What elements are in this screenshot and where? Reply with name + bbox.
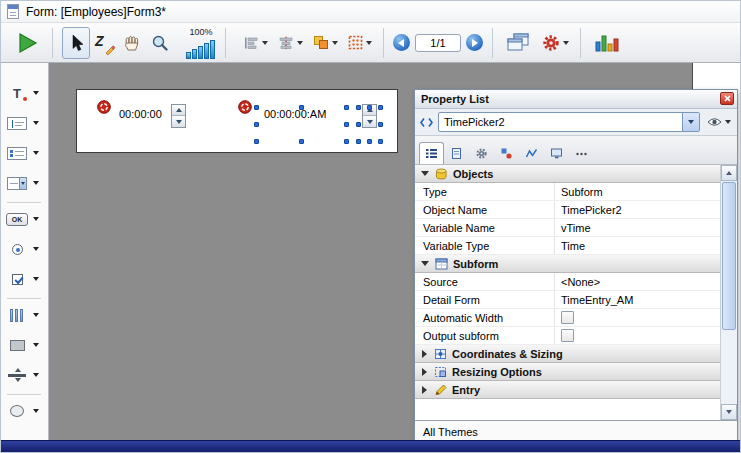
- chevron-down-icon[interactable]: [33, 247, 39, 251]
- chevron-down-icon[interactable]: [725, 120, 731, 124]
- selection-handle[interactable]: [356, 139, 361, 144]
- selection-handle[interactable]: [356, 122, 361, 127]
- property-row-variable-type[interactable]: Variable Type Time: [415, 237, 720, 255]
- view-options-button[interactable]: [705, 115, 733, 129]
- expander-closed-icon[interactable]: [422, 386, 427, 394]
- palette-item-text[interactable]: T: [4, 81, 46, 105]
- property-row-type[interactable]: Type Subform: [415, 183, 720, 201]
- selection-handle[interactable]: [367, 139, 372, 144]
- property-value[interactable]: Time: [555, 240, 585, 252]
- palette-item-button-bar[interactable]: [4, 303, 46, 327]
- section-header-entry[interactable]: Entry: [415, 381, 720, 399]
- expander-closed-icon[interactable]: [422, 350, 427, 358]
- distribute-menu-button[interactable]: [311, 35, 340, 50]
- chevron-down-icon[interactable]: [563, 41, 569, 45]
- chevron-down-icon[interactable]: [33, 313, 39, 317]
- section-header-resizing-options[interactable]: Resizing Options: [415, 363, 720, 381]
- chevron-down-icon[interactable]: [33, 217, 39, 221]
- chevron-down-icon[interactable]: [33, 181, 39, 185]
- expander-open-icon[interactable]: [421, 261, 429, 266]
- move-tool-button[interactable]: [118, 27, 146, 59]
- tab-actions[interactable]: [494, 142, 519, 164]
- palette-item-rectangle[interactable]: [4, 333, 46, 357]
- section-header-subform[interactable]: Subform: [415, 255, 720, 273]
- section-header-objects[interactable]: Objects: [415, 165, 720, 183]
- palette-item-oval[interactable]: [4, 399, 46, 423]
- object-selector-dropdown[interactable]: TimePicker2: [438, 112, 700, 132]
- property-list-titlebar[interactable]: Property List: [415, 90, 737, 109]
- palette-item-combo-box[interactable]: [4, 171, 46, 195]
- automatic-width-checkbox[interactable]: [561, 311, 574, 324]
- stepper-up-button[interactable]: [172, 105, 185, 116]
- property-grid-scrollbar[interactable]: [720, 165, 737, 420]
- selection-handle[interactable]: [254, 105, 259, 110]
- property-row-source[interactable]: Source <None>: [415, 273, 720, 291]
- zoom-tool-button[interactable]: [146, 27, 174, 59]
- selection-handle[interactable]: [378, 122, 383, 127]
- tab-list[interactable]: [419, 142, 444, 164]
- selection-handle[interactable]: [344, 122, 349, 127]
- chevron-down-icon[interactable]: [33, 277, 39, 281]
- palette-item-splitter[interactable]: [4, 363, 46, 387]
- timepicker2-value[interactable]: 00:00:00:AM: [264, 108, 326, 121]
- zoom-level-control[interactable]: 100%: [186, 27, 216, 59]
- selection-handle[interactable]: [367, 105, 372, 110]
- chevron-down-icon[interactable]: [332, 41, 338, 45]
- property-row-automatic-width[interactable]: Automatic Width: [415, 309, 720, 327]
- next-page-button[interactable]: [466, 34, 483, 51]
- selection-handle[interactable]: [254, 122, 259, 127]
- selection-handle[interactable]: [344, 139, 349, 144]
- close-button[interactable]: [720, 92, 734, 105]
- palette-item-button[interactable]: OK: [4, 207, 46, 231]
- chevron-down-icon[interactable]: [262, 41, 268, 45]
- palette-item-input[interactable]: [4, 111, 46, 135]
- tab-display[interactable]: [544, 142, 569, 164]
- selection-handle[interactable]: [299, 139, 304, 144]
- selection-handle[interactable]: [344, 105, 349, 110]
- expander-closed-icon[interactable]: [422, 368, 427, 376]
- chevron-down-icon[interactable]: [33, 343, 39, 347]
- property-value[interactable]: TimePicker2: [555, 204, 622, 216]
- section-header-coordinates-sizing[interactable]: Coordinates & Sizing: [415, 345, 720, 363]
- stepper-down-button[interactable]: [172, 116, 185, 127]
- chevron-down-icon[interactable]: [33, 121, 39, 125]
- property-row-output-subform[interactable]: Output subform: [415, 327, 720, 345]
- property-value[interactable]: vTime: [555, 222, 591, 234]
- scroll-down-button[interactable]: [721, 404, 737, 420]
- timepicker1-stepper[interactable]: [171, 104, 186, 128]
- expander-open-icon[interactable]: [421, 171, 429, 176]
- palette-item-list-box[interactable]: [4, 141, 46, 165]
- form-page[interactable]: 00:00:00 00:00:00:AM: [76, 89, 398, 153]
- chevron-down-icon[interactable]: [297, 41, 303, 45]
- align-center-menu-button[interactable]: [276, 36, 305, 50]
- property-row-variable-name[interactable]: Variable Name vTime: [415, 219, 720, 237]
- tab-more[interactable]: [569, 142, 594, 164]
- selection-handle[interactable]: [378, 105, 383, 110]
- entry-order-tool-button[interactable]: Z: [90, 27, 118, 59]
- stepper-down-button[interactable]: [363, 116, 376, 127]
- property-value[interactable]: Subform: [555, 186, 603, 198]
- execute-form-button[interactable]: [11, 27, 43, 59]
- tab-events[interactable]: [519, 142, 544, 164]
- selection-handle[interactable]: [378, 139, 383, 144]
- scrollbar-thumb[interactable]: [722, 182, 736, 330]
- palette-item-radio-button[interactable]: [4, 237, 46, 261]
- previous-page-button[interactable]: [393, 34, 410, 51]
- timepicker1-value[interactable]: 00:00:00: [119, 108, 162, 121]
- chevron-down-icon[interactable]: [33, 151, 39, 155]
- tab-settings[interactable]: [469, 142, 494, 164]
- property-value[interactable]: TimeEntry_AM: [555, 294, 633, 306]
- page-indicator[interactable]: 1/1: [415, 34, 461, 52]
- selection-handle[interactable]: [254, 139, 259, 144]
- align-menu-button[interactable]: [241, 36, 270, 50]
- dropdown-button[interactable]: [682, 113, 699, 131]
- tab-page[interactable]: [444, 142, 469, 164]
- chevron-down-icon[interactable]: [366, 41, 372, 45]
- selection-tool-button[interactable]: [62, 27, 90, 59]
- selection-handle[interactable]: [299, 105, 304, 110]
- insert-chart-button[interactable]: [590, 27, 624, 59]
- grid-menu-button[interactable]: [346, 35, 374, 50]
- output-subform-checkbox[interactable]: [561, 329, 574, 342]
- actions-menu-button[interactable]: [540, 34, 571, 52]
- selection-handle[interactable]: [356, 105, 361, 110]
